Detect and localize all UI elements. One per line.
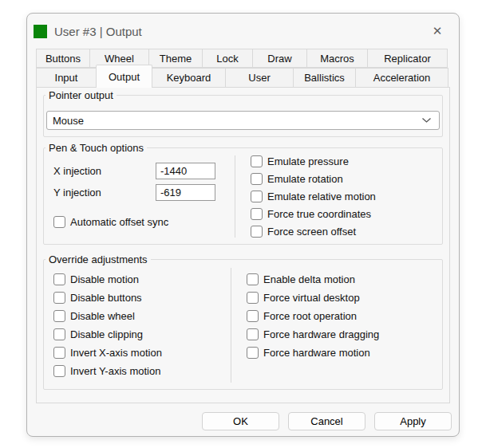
checkbox-box bbox=[247, 273, 259, 285]
checkbox-box bbox=[251, 226, 263, 238]
override-adjustments-group: Override adjustments Disable motion Disa… bbox=[43, 259, 443, 390]
checkbox-label: Enable delta motion bbox=[263, 273, 355, 285]
checkbox-box bbox=[251, 173, 263, 185]
checkbox-label: Automatic offset sync bbox=[70, 216, 168, 228]
checkbox-label: Force true coordinates bbox=[267, 208, 371, 220]
checkbox-box bbox=[251, 191, 263, 202]
checkbox-force-hardware-dragging[interactable]: Force hardware dragging bbox=[247, 328, 442, 340]
checkbox-disable-motion[interactable]: Disable motion bbox=[53, 273, 231, 285]
checkbox-label: Disable motion bbox=[70, 273, 139, 285]
checkbox-box bbox=[251, 208, 263, 220]
checkbox-label: Force hardware motion bbox=[263, 347, 370, 359]
window-title: User #3 | Output bbox=[54, 25, 142, 38]
x-injection-row: X injection bbox=[53, 163, 235, 179]
close-icon[interactable]: ✕ bbox=[429, 22, 446, 40]
apply-button[interactable]: Apply bbox=[374, 412, 452, 430]
pen-touch-group: Pen & Touch options X injection Y inject… bbox=[43, 147, 443, 245]
checkbox-label: Emulate relative motion bbox=[267, 191, 376, 202]
checkbox-disable-clipping[interactable]: Disable clipping bbox=[53, 328, 231, 340]
checkbox-box bbox=[247, 310, 259, 322]
checkbox-label: Emulate rotation bbox=[267, 173, 343, 185]
checkbox-emulate-pressure[interactable]: Emulate pressure bbox=[251, 155, 442, 167]
y-injection-label: Y injection bbox=[53, 187, 156, 198]
tab-acceleration[interactable]: Acceleration bbox=[355, 68, 448, 87]
tab-theme[interactable]: Theme bbox=[148, 49, 203, 68]
app-icon bbox=[34, 25, 47, 38]
tab-buttons[interactable]: Buttons bbox=[36, 49, 90, 68]
tab-input[interactable]: Input bbox=[36, 68, 97, 87]
tab-draw[interactable]: Draw bbox=[252, 49, 307, 68]
checkbox-box bbox=[247, 292, 259, 304]
tab-lock[interactable]: Lock bbox=[202, 49, 253, 68]
pointer-output-group: Pointer output Mouse bbox=[43, 95, 443, 137]
checkbox-invert-x-axis-motion[interactable]: Invert X-axis motion bbox=[53, 347, 231, 359]
checkbox-label: Force screen offset bbox=[267, 226, 356, 238]
checkbox-box bbox=[247, 347, 259, 359]
checkbox-invert-y-axis-motion[interactable]: Invert Y-axis motion bbox=[53, 365, 231, 377]
checkbox-label: Disable buttons bbox=[70, 292, 142, 304]
checkbox-label: Force hardware dragging bbox=[263, 328, 379, 340]
checkbox-force-virtual-desktop[interactable]: Force virtual desktop bbox=[247, 292, 442, 304]
checkbox-emulate-rotation[interactable]: Emulate rotation bbox=[251, 173, 442, 185]
checkbox-force-hardware-motion[interactable]: Force hardware motion bbox=[247, 347, 442, 359]
checkbox-disable-wheel[interactable]: Disable wheel bbox=[53, 310, 231, 322]
checkbox-box bbox=[53, 216, 65, 228]
tab-macros[interactable]: Macros bbox=[306, 49, 368, 68]
tab-output[interactable]: Output bbox=[96, 65, 152, 88]
pointer-output-value: Mouse bbox=[53, 115, 84, 127]
checkbox-box bbox=[251, 155, 263, 167]
pen-touch-legend: Pen & Touch options bbox=[45, 141, 147, 155]
pen-touch-right-column: Emulate pressure Emulate rotation Emulat… bbox=[235, 148, 442, 244]
pointer-output-legend: Pointer output bbox=[45, 88, 117, 102]
checkbox-label: Force root operation bbox=[263, 310, 357, 322]
chevron-down-icon bbox=[421, 117, 432, 124]
checkbox-enable-delta-motion[interactable]: Enable delta motion bbox=[247, 273, 442, 285]
dialog-window: User #3 | Output ✕ Buttons Wheel Theme L… bbox=[26, 13, 460, 437]
checkbox-label: Invert Y-axis motion bbox=[70, 365, 160, 377]
checkbox-box bbox=[53, 328, 65, 340]
pen-touch-left-column: X injection Y injection Automatic offset… bbox=[44, 148, 235, 244]
checkbox-label: Disable wheel bbox=[70, 310, 135, 322]
tab-replicator[interactable]: Replicator bbox=[367, 49, 448, 68]
checkbox-box bbox=[53, 310, 65, 322]
y-injection-row: Y injection bbox=[53, 184, 235, 201]
tab-keyboard[interactable]: Keyboard bbox=[152, 68, 226, 87]
checkbox-label: Disable clipping bbox=[70, 328, 143, 340]
tab-row-2: Input Output Keyboard User Ballistics Ac… bbox=[36, 68, 450, 87]
override-legend: Override adjustments bbox=[45, 253, 151, 266]
checkbox-automatic-offset-sync[interactable]: Automatic offset sync bbox=[53, 216, 235, 228]
output-tab-panel: Pointer output Mouse Pen & Touch options… bbox=[36, 87, 450, 403]
checkbox-label: Emulate pressure bbox=[267, 155, 349, 167]
checkbox-box bbox=[247, 328, 259, 340]
pointer-output-dropdown[interactable]: Mouse bbox=[46, 111, 440, 130]
checkbox-force-root-operation[interactable]: Force root operation bbox=[247, 310, 442, 322]
checkbox-box bbox=[53, 273, 65, 285]
tab-strip: Buttons Wheel Theme Lock Draw Macros Rep… bbox=[36, 49, 450, 87]
y-injection-field[interactable] bbox=[156, 184, 215, 201]
title-bar: User #3 | Output ✕ bbox=[27, 14, 459, 49]
tab-user[interactable]: User bbox=[225, 68, 294, 87]
checkbox-force-screen-offset[interactable]: Force screen offset bbox=[251, 226, 442, 238]
footer-button-row: OK Cancel Apply bbox=[27, 403, 459, 430]
checkbox-label: Invert X-axis motion bbox=[70, 347, 162, 359]
checkbox-label: Force virtual desktop bbox=[263, 292, 360, 304]
checkbox-box bbox=[53, 347, 65, 359]
ok-button[interactable]: OK bbox=[202, 412, 279, 430]
tab-ballistics[interactable]: Ballistics bbox=[293, 68, 356, 87]
x-injection-label: X injection bbox=[53, 165, 156, 177]
cancel-button[interactable]: Cancel bbox=[288, 412, 365, 430]
override-left-column: Disable motion Disable buttons Disable w… bbox=[44, 260, 231, 389]
x-injection-field[interactable] bbox=[156, 163, 215, 179]
override-right-column: Enable delta motion Force virtual deskto… bbox=[231, 260, 442, 389]
checkbox-box bbox=[53, 292, 65, 304]
checkbox-force-true-coordinates[interactable]: Force true coordinates bbox=[251, 208, 442, 220]
checkbox-box bbox=[53, 365, 65, 377]
checkbox-disable-buttons[interactable]: Disable buttons bbox=[53, 292, 231, 304]
checkbox-emulate-relative-motion[interactable]: Emulate relative motion bbox=[251, 191, 442, 202]
